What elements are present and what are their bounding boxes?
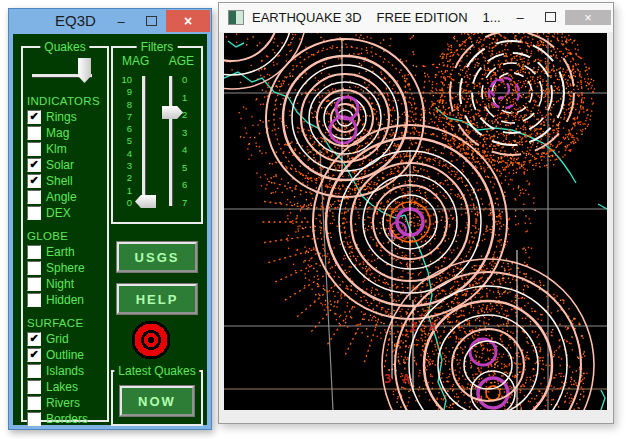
checkbox-box[interactable]: ✔ xyxy=(27,174,41,188)
tick-label: 0 xyxy=(117,197,132,208)
tick-label: 3 xyxy=(182,127,194,138)
mag-slider-track[interactable] xyxy=(142,76,146,206)
tick-label: 7 xyxy=(182,197,194,208)
tick-label: 4 xyxy=(117,148,132,159)
eq3d-panel: Quakes INDICATORS ✔RingsMagKlm✔Solar✔She… xyxy=(13,34,207,425)
checkbox-solar[interactable]: ✔Solar xyxy=(27,158,107,172)
map-frame: 2 A3 A xyxy=(224,33,607,410)
tick-label: 7 xyxy=(117,111,132,122)
checkbox-box[interactable] xyxy=(27,293,41,307)
earthquake3d-titlebar[interactable]: EARTHQUAKE 3D FREE EDITION 1... – × xyxy=(219,3,613,32)
help-button[interactable]: HELP xyxy=(117,284,197,314)
checkbox-label: Angle xyxy=(46,190,77,204)
maximize-icon xyxy=(146,16,157,26)
checkbox-box[interactable]: ✔ xyxy=(27,110,41,124)
checkbox-islands[interactable]: Islands xyxy=(27,364,107,378)
usgs-button[interactable]: USGS xyxy=(117,242,197,272)
checkbox-box[interactable] xyxy=(27,126,41,140)
quakes-slider[interactable] xyxy=(23,48,107,88)
checkbox-box[interactable] xyxy=(27,206,41,220)
tick-label: 9 xyxy=(117,86,132,97)
checkbox-rivers[interactable]: Rivers xyxy=(27,396,107,410)
svg-text:2 A: 2 A xyxy=(410,320,438,334)
tick-label: 10 xyxy=(117,74,132,85)
checkbox-box[interactable] xyxy=(27,277,41,291)
indicators-checkbox-list: ✔RingsMagKlm✔Solar✔ShellAngleDEX xyxy=(23,110,107,220)
checkbox-label: Mag xyxy=(46,126,69,140)
checkbox-angle[interactable]: Angle xyxy=(27,190,107,204)
mag-slider-thumb[interactable] xyxy=(135,195,156,208)
checkbox-night[interactable]: Night xyxy=(27,277,107,291)
app-icon xyxy=(228,10,244,25)
surface-checkbox-list: ✔Grid✔OutlineIslandsLakesRiversBorders xyxy=(23,332,107,426)
checkbox-box[interactable] xyxy=(27,380,41,394)
checkbox-label: Night xyxy=(46,277,74,291)
quakes-groupbox: Quakes INDICATORS ✔RingsMagKlm✔Solar✔She… xyxy=(21,46,109,422)
checkbox-box[interactable]: ✔ xyxy=(27,348,41,362)
surface-heading: SURFACE xyxy=(27,317,107,329)
tick-label: 2 xyxy=(182,109,194,120)
map-canvas[interactable]: 2 A3 A xyxy=(224,33,607,410)
checkbox-label: Rivers xyxy=(46,396,80,410)
checkbox-label: DEX xyxy=(46,206,71,220)
tick-label: 5 xyxy=(182,162,194,173)
mag-label: MAG xyxy=(122,54,149,68)
checkbox-box[interactable] xyxy=(27,245,41,259)
maximize-icon xyxy=(545,12,556,22)
checkbox-dex[interactable]: DEX xyxy=(27,206,107,220)
globe-checkbox-list: EarthSphereNightHidden xyxy=(23,245,107,307)
checkbox-box[interactable]: ✔ xyxy=(27,158,41,172)
checkbox-lakes[interactable]: Lakes xyxy=(27,380,107,394)
minimize-button[interactable]: – xyxy=(106,10,136,32)
checkbox-label: Islands xyxy=(46,364,84,378)
checkbox-box[interactable] xyxy=(27,396,41,410)
close-button[interactable]: × xyxy=(166,10,210,32)
checkbox-grid[interactable]: ✔Grid xyxy=(27,332,107,346)
checkbox-box[interactable] xyxy=(27,364,41,378)
earthquake3d-title: EARTHQUAKE 3D xyxy=(252,10,362,25)
now-button[interactable]: NOW xyxy=(120,386,194,416)
svg-text:3 A: 3 A xyxy=(384,372,412,386)
close-button[interactable]: × xyxy=(565,10,611,25)
minimize-button[interactable]: – xyxy=(505,10,535,25)
checkbox-sphere[interactable]: Sphere xyxy=(27,261,107,275)
checkbox-earth[interactable]: Earth xyxy=(27,245,107,259)
quakes-slider-thumb[interactable] xyxy=(78,58,91,83)
checkbox-label: Klm xyxy=(46,142,67,156)
mag-tick-labels: 109876543210 xyxy=(117,74,132,208)
tick-label: 5 xyxy=(117,135,132,146)
edition-label: FREE EDITION xyxy=(377,10,468,25)
checkbox-hidden[interactable]: Hidden xyxy=(27,293,107,307)
checkbox-box[interactable]: ✔ xyxy=(27,332,41,346)
age-label: AGE xyxy=(169,54,194,68)
checkbox-box[interactable] xyxy=(27,142,41,156)
checkbox-outline[interactable]: ✔Outline xyxy=(27,348,107,362)
latest-quakes-groupbox: Latest Quakes NOW xyxy=(111,370,203,426)
checkbox-box[interactable] xyxy=(27,190,41,204)
checkbox-label: Lakes xyxy=(46,380,78,394)
tick-label: 2 xyxy=(117,172,132,183)
checkbox-rings[interactable]: ✔Rings xyxy=(27,110,107,124)
checkbox-label: Solar xyxy=(46,158,74,172)
tick-label: 6 xyxy=(182,179,194,190)
checkbox-label: Outline xyxy=(46,348,84,362)
filters-group-label: Filters xyxy=(137,40,178,54)
maximize-button[interactable] xyxy=(535,12,565,22)
indicators-heading: INDICATORS xyxy=(27,95,107,107)
checkbox-klm[interactable]: Klm xyxy=(27,142,107,156)
age-slider-track[interactable] xyxy=(169,76,173,206)
checkbox-mag[interactable]: Mag xyxy=(27,126,107,140)
checkbox-label: Shell xyxy=(46,174,73,188)
checkbox-borders[interactable]: Borders xyxy=(27,412,107,426)
eq3d-window: EQ3D – × Quakes INDICATORS ✔RingsMagKlm✔… xyxy=(8,8,212,430)
tick-label: 4 xyxy=(182,144,194,155)
checkbox-label: Borders xyxy=(46,412,88,426)
checkbox-shell[interactable]: ✔Shell xyxy=(27,174,107,188)
age-slider-thumb[interactable] xyxy=(162,106,183,119)
tick-label: 1 xyxy=(182,92,194,103)
checkbox-box[interactable] xyxy=(27,261,41,275)
checkbox-box[interactable] xyxy=(27,412,41,426)
latest-quakes-label: Latest Quakes xyxy=(114,364,199,378)
eq3d-titlebar[interactable]: EQ3D – × xyxy=(9,9,211,34)
maximize-button[interactable] xyxy=(136,10,166,32)
